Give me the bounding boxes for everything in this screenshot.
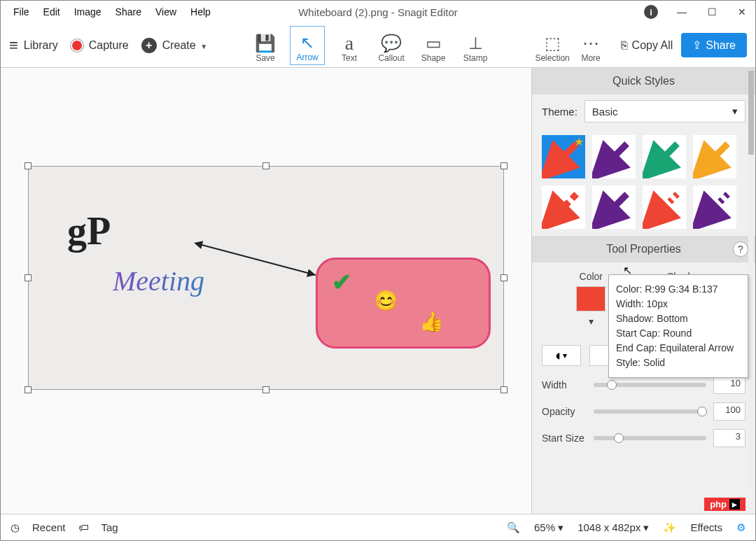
- canvas-shape: ✔ 😊 👍: [316, 258, 491, 349]
- php-badge: php▸: [704, 498, 746, 511]
- tool-stamp[interactable]: ⊥Stamp: [458, 26, 493, 65]
- style-swatch[interactable]: [643, 185, 686, 229]
- opacity-value[interactable]: 100: [713, 402, 746, 421]
- resize-handle[interactable]: [262, 386, 270, 393]
- style-swatch[interactable]: [592, 185, 636, 229]
- tool-more[interactable]: ⋯More: [577, 26, 605, 65]
- close-button[interactable]: ✕: [736, 6, 748, 18]
- canvas[interactable]: gP Meeting ✔ 😊 👍: [28, 166, 504, 390]
- tool-callout[interactable]: 💬Callout: [374, 26, 409, 65]
- scrollbar[interactable]: [748, 71, 754, 491]
- opacity-label: Opacity: [542, 406, 587, 417]
- resize-handle[interactable]: [500, 386, 507, 393]
- stamp-icon: ⊥: [468, 34, 483, 53]
- canvas-text-gp: gP: [67, 209, 111, 253]
- theme-label: Theme:: [542, 106, 578, 118]
- chevron-down-icon[interactable]: ▾: [589, 316, 594, 327]
- tag-button[interactable]: Tag: [102, 521, 118, 533]
- more-icon: ⋯: [582, 34, 599, 53]
- tool-text[interactable]: aText: [332, 26, 367, 65]
- help-icon[interactable]: ?: [733, 241, 748, 257]
- create-button[interactable]: Create ▼: [162, 39, 207, 52]
- width-value[interactable]: 10: [713, 376, 746, 394]
- opacity-slider[interactable]: [594, 409, 706, 414]
- svg-line-3: [654, 143, 678, 167]
- menu-share[interactable]: Share: [108, 3, 148, 20]
- arrow-icon: ↖: [300, 33, 314, 52]
- minimize-button[interactable]: —: [676, 6, 688, 18]
- resize-handle[interactable]: [24, 274, 31, 281]
- capture-button[interactable]: Capture: [89, 39, 129, 52]
- tag-icon: 🏷: [78, 521, 89, 533]
- style-swatch[interactable]: [693, 185, 736, 229]
- svg-line-8: [704, 194, 728, 218]
- status-bar: ◷ Recent 🏷 Tag 🔍 65% ▾ 1048 x 482px ▾ ✨ …: [1, 514, 755, 540]
- svg-line-0: [197, 244, 316, 275]
- style-swatch[interactable]: [542, 185, 585, 229]
- gear-icon[interactable]: ⚙: [736, 521, 746, 534]
- menu-file[interactable]: File: [6, 3, 36, 20]
- startsize-value[interactable]: 3: [713, 429, 746, 447]
- svg-line-5: [553, 194, 577, 218]
- plus-icon: +: [141, 38, 157, 53]
- resize-handle[interactable]: [24, 162, 31, 169]
- callout-icon: 💬: [381, 34, 402, 53]
- style-tooltip: Color: R:99 G:34 B:137Width: 10pxShadow:…: [608, 274, 748, 378]
- menu-edit[interactable]: Edit: [36, 3, 67, 20]
- share-icon: ⇪: [692, 38, 701, 52]
- quick-styles-header: Quick Styles: [532, 68, 755, 94]
- star-icon: ★: [574, 135, 584, 148]
- tool-selection[interactable]: ⬚Selection: [535, 26, 570, 65]
- main-toolbar: ≡ Library Capture + Create ▼ 💾Save ↖Arro…: [1, 23, 755, 68]
- tool-save[interactable]: 💾Save: [248, 26, 283, 65]
- side-panel: Quick Styles Theme: Basic▾ ★ ↖ Color: R:…: [531, 68, 755, 514]
- resize-handle[interactable]: [262, 162, 270, 169]
- menu-image[interactable]: Image: [67, 3, 108, 20]
- menu-view[interactable]: View: [148, 3, 183, 20]
- menu-help[interactable]: Help: [183, 3, 218, 20]
- canvas-dimensions[interactable]: 1048 x 482px ▾: [578, 521, 649, 534]
- startsize-slider[interactable]: [594, 436, 706, 440]
- svg-line-7: [654, 194, 678, 218]
- chevron-down-icon: ▼: [200, 43, 207, 50]
- resize-handle[interactable]: [24, 386, 31, 393]
- tool-properties-header: Tool Properties?: [532, 236, 755, 262]
- canvas-arrow: [190, 237, 330, 286]
- theme-select[interactable]: Basic▾: [584, 100, 746, 122]
- resize-handle[interactable]: [500, 162, 507, 169]
- info-icon[interactable]: i: [644, 5, 658, 19]
- copy-icon: ⎘: [621, 39, 628, 52]
- zoom-level[interactable]: 65% ▾: [534, 521, 564, 534]
- effects-button[interactable]: Effects: [690, 521, 722, 533]
- style-swatch[interactable]: [643, 135, 686, 178]
- style-swatches: ★: [532, 128, 755, 236]
- text-icon: a: [345, 34, 354, 53]
- copy-all-button[interactable]: ⎘Copy All: [621, 39, 673, 52]
- clock-icon: ◷: [10, 521, 20, 534]
- style-swatch[interactable]: [592, 135, 636, 178]
- maximize-button[interactable]: ☐: [706, 6, 718, 18]
- search-icon[interactable]: 🔍: [507, 521, 520, 534]
- start-cap-select[interactable]: ◖ ▾: [542, 345, 581, 366]
- tool-shape[interactable]: ▭Shape: [416, 26, 451, 65]
- width-slider[interactable]: [594, 383, 706, 387]
- color-picker[interactable]: [576, 286, 606, 311]
- recent-button[interactable]: Recent: [32, 521, 66, 533]
- share-button[interactable]: ⇪Share: [681, 33, 747, 57]
- canvas-area[interactable]: gP Meeting ✔ 😊 👍: [1, 68, 531, 514]
- resize-handle[interactable]: [500, 274, 507, 281]
- startsize-label: Start Size: [542, 433, 587, 444]
- chevron-down-icon: ▾: [732, 105, 738, 118]
- style-swatch[interactable]: [693, 135, 736, 178]
- scrollbar-thumb[interactable]: [748, 71, 754, 155]
- tool-arrow[interactable]: ↖Arrow: [290, 26, 325, 65]
- library-button[interactable]: Library: [24, 39, 58, 52]
- svg-line-1: [553, 143, 577, 167]
- hamburger-icon[interactable]: ≡: [9, 36, 18, 55]
- menu-bar: File Edit Image Share View Help Whiteboa…: [1, 1, 755, 23]
- smiley-icon: 😊: [374, 289, 398, 312]
- style-swatch[interactable]: ★: [542, 135, 585, 178]
- thumbsup-icon: 👍: [419, 310, 444, 333]
- shape-icon: ▭: [426, 34, 442, 53]
- checkmark-icon: ✔: [332, 268, 351, 296]
